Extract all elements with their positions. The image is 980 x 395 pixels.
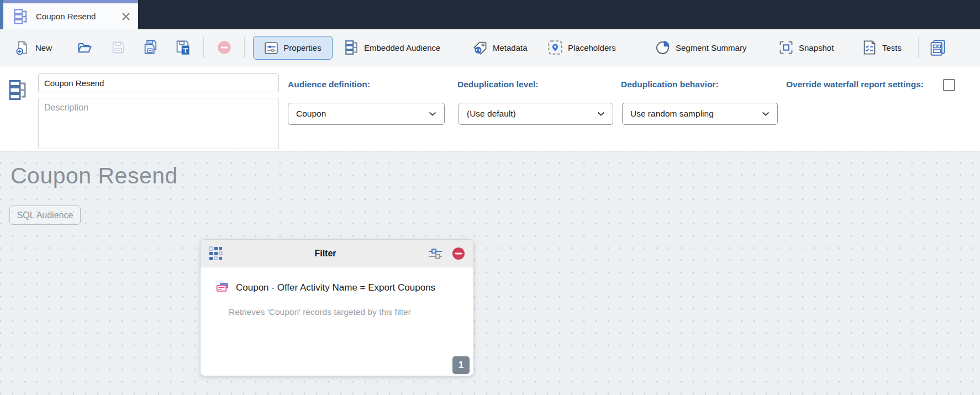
description-input[interactable] — [38, 98, 279, 149]
snapshot-label: Snapshot — [799, 43, 834, 52]
metadata-tag-icon — [472, 40, 488, 55]
override-waterfall-label: Override waterfall report settings: — [786, 80, 924, 89]
dedup-level-label: Deduplication level: — [457, 80, 538, 89]
open-button[interactable] — [77, 40, 92, 55]
filter-node[interactable]: Filter — [200, 239, 474, 376]
close-icon[interactable] — [122, 12, 130, 21]
placeholders-tab-button[interactable]: Placeholders — [547, 40, 616, 55]
panels-icon — [929, 39, 946, 56]
filter-rule-row[interactable]: Coupon - Offer Activity Name = Export Co… — [216, 282, 435, 293]
embedded-audience-label: Embedded Audience — [364, 43, 440, 52]
save-copy-button[interactable] — [143, 39, 159, 56]
node-count-badge: 1 — [452, 356, 470, 374]
metadata-label: Metadata — [493, 43, 528, 52]
new-button[interactable]: New — [15, 40, 52, 55]
sql-audience-button[interactable]: SQL Audience — [9, 206, 81, 225]
coupon-cards-icon — [216, 282, 229, 293]
remove-button-disabled[interactable] — [217, 40, 232, 55]
toolbar-separator — [244, 37, 245, 58]
snapshot-icon — [778, 40, 794, 55]
drag-grid-icon[interactable] — [209, 246, 223, 261]
properties-tab-button[interactable]: Properties — [253, 36, 333, 60]
save-template-icon: T — [175, 39, 191, 56]
toolbar-separator — [918, 37, 919, 58]
save-template-button[interactable]: T — [175, 39, 191, 56]
tests-checklist-icon — [862, 40, 877, 55]
filter-node-title: Filter — [232, 249, 419, 259]
toolbar: New — [0, 29, 980, 66]
new-button-label: New — [35, 43, 52, 52]
audience-definition-value: Coupon — [296, 109, 429, 119]
save-button-disabled[interactable] — [110, 40, 126, 55]
toolbar-separator — [203, 37, 204, 58]
filter-rule-text: Coupon - Offer Activity Name = Export Co… — [236, 282, 435, 293]
filter-node-body: Coupon - Offer Activity Name = Export Co… — [201, 267, 473, 376]
placeholders-pin-icon — [547, 40, 563, 55]
segment-summary-tab-button[interactable]: Segment Summary — [655, 40, 746, 55]
audience-name-input[interactable] — [38, 73, 279, 92]
audience-canvas[interactable]: Coupon Resend SQL Audience — [0, 151, 980, 395]
tab-coupon-resend[interactable]: Coupon Resend — [3, 0, 138, 29]
properties-tab-label: Properties — [283, 43, 321, 52]
chevron-down-icon — [597, 112, 605, 116]
filter-description: Retrieves 'Coupon' records targeted by t… — [229, 307, 411, 317]
remove-icon-disabled — [217, 40, 232, 55]
chevron-down-icon — [762, 112, 770, 116]
properties-sliders-icon — [264, 41, 278, 55]
tests-label: Tests — [882, 43, 902, 52]
open-folder-icon — [77, 40, 92, 55]
dedup-behavior-select[interactable]: Use random sampling — [622, 103, 778, 125]
placeholders-label: Placeholders — [568, 43, 616, 52]
dedup-behavior-value: Use random sampling — [630, 109, 762, 119]
panels-button[interactable] — [929, 39, 946, 56]
metadata-tab-button[interactable]: Metadata — [472, 40, 528, 55]
save-copy-icon — [143, 39, 159, 56]
override-waterfall-checkbox[interactable] — [943, 79, 955, 91]
dedup-level-select[interactable]: (Use default) — [459, 103, 613, 125]
segment-summary-pie-icon — [655, 40, 671, 55]
sql-audience-label: SQL Audience — [17, 210, 73, 220]
audience-definition-select[interactable]: Coupon — [288, 103, 445, 125]
tests-tab-button[interactable]: Tests — [862, 40, 902, 55]
tab-bar: Coupon Resend — [0, 0, 980, 29]
app-window: Coupon Resend New — [0, 0, 980, 395]
segment-summary-label: Segment Summary — [676, 43, 746, 52]
filter-settings-icon[interactable] — [428, 247, 443, 260]
embedded-audience-tab-button[interactable]: Embedded Audience — [345, 40, 440, 55]
properties-panel: Audience definition: Coupon Deduplicatio… — [0, 66, 980, 151]
filter-node-header[interactable]: Filter — [201, 240, 473, 267]
dedup-behavior-label: Deduplication behavior: — [621, 80, 719, 89]
embedded-audience-icon — [345, 40, 359, 55]
canvas-title: Coupon Resend — [10, 163, 178, 189]
chevron-down-icon — [429, 112, 436, 116]
audience-hierarchy-icon — [13, 8, 29, 25]
remove-node-icon[interactable] — [452, 247, 465, 260]
tab-title: Coupon Resend — [36, 12, 96, 21]
save-icon — [110, 40, 126, 55]
svg-text:T: T — [183, 46, 188, 54]
audience-hierarchy-icon — [8, 79, 28, 101]
snapshot-tab-button[interactable]: Snapshot — [778, 40, 834, 55]
new-document-icon — [15, 40, 30, 55]
audience-definition-label: Audience definition: — [288, 80, 370, 89]
dedup-level-value: (Use default) — [467, 109, 597, 119]
